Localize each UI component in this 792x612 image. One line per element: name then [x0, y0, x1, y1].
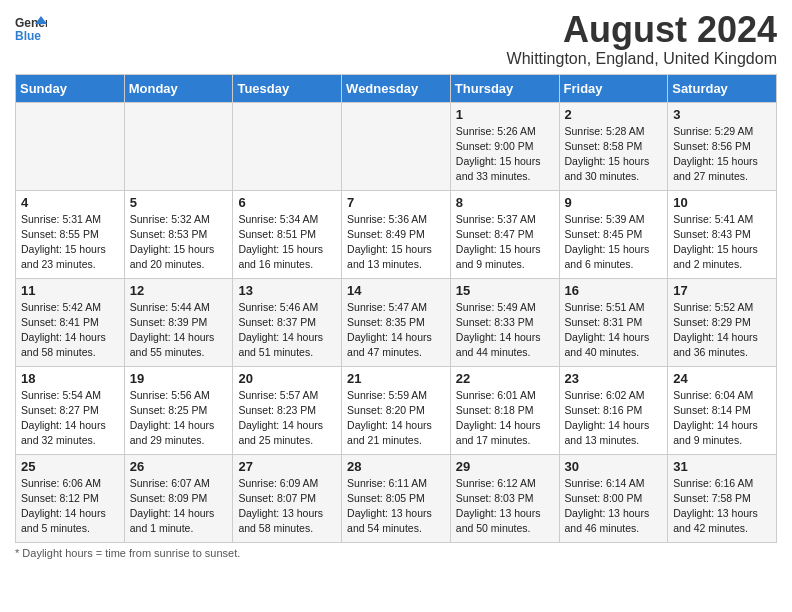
day-info: Sunrise: 6:01 AM Sunset: 8:18 PM Dayligh… [456, 388, 554, 449]
day-info: Sunrise: 5:39 AM Sunset: 8:45 PM Dayligh… [565, 212, 663, 273]
day-cell: 8Sunrise: 5:37 AM Sunset: 8:47 PM Daylig… [450, 190, 559, 278]
day-info: Sunrise: 5:49 AM Sunset: 8:33 PM Dayligh… [456, 300, 554, 361]
day-cell: 11Sunrise: 5:42 AM Sunset: 8:41 PM Dayli… [16, 278, 125, 366]
col-header-sunday: Sunday [16, 74, 125, 102]
day-number: 15 [456, 283, 554, 298]
day-info: Sunrise: 5:28 AM Sunset: 8:58 PM Dayligh… [565, 124, 663, 185]
day-number: 22 [456, 371, 554, 386]
day-number: 30 [565, 459, 663, 474]
day-cell: 16Sunrise: 5:51 AM Sunset: 8:31 PM Dayli… [559, 278, 668, 366]
day-number: 12 [130, 283, 228, 298]
day-number: 7 [347, 195, 445, 210]
header: General Blue August 2024 Whittington, En… [15, 10, 777, 68]
day-info: Sunrise: 5:26 AM Sunset: 9:00 PM Dayligh… [456, 124, 554, 185]
day-number: 10 [673, 195, 771, 210]
day-cell: 12Sunrise: 5:44 AM Sunset: 8:39 PM Dayli… [124, 278, 233, 366]
day-cell: 18Sunrise: 5:54 AM Sunset: 8:27 PM Dayli… [16, 366, 125, 454]
col-header-friday: Friday [559, 74, 668, 102]
day-number: 20 [238, 371, 336, 386]
day-info: Sunrise: 5:46 AM Sunset: 8:37 PM Dayligh… [238, 300, 336, 361]
col-header-tuesday: Tuesday [233, 74, 342, 102]
day-cell: 3Sunrise: 5:29 AM Sunset: 8:56 PM Daylig… [668, 102, 777, 190]
day-info: Sunrise: 5:42 AM Sunset: 8:41 PM Dayligh… [21, 300, 119, 361]
day-cell: 29Sunrise: 6:12 AM Sunset: 8:03 PM Dayli… [450, 454, 559, 542]
week-row-3: 11Sunrise: 5:42 AM Sunset: 8:41 PM Dayli… [16, 278, 777, 366]
day-info: Sunrise: 5:47 AM Sunset: 8:35 PM Dayligh… [347, 300, 445, 361]
day-number: 4 [21, 195, 119, 210]
day-info: Sunrise: 5:54 AM Sunset: 8:27 PM Dayligh… [21, 388, 119, 449]
day-cell: 15Sunrise: 5:49 AM Sunset: 8:33 PM Dayli… [450, 278, 559, 366]
location: Whittington, England, United Kingdom [507, 50, 777, 68]
day-cell: 20Sunrise: 5:57 AM Sunset: 8:23 PM Dayli… [233, 366, 342, 454]
logo: General Blue [15, 14, 47, 42]
day-cell: 14Sunrise: 5:47 AM Sunset: 8:35 PM Dayli… [342, 278, 451, 366]
day-number: 14 [347, 283, 445, 298]
day-number: 23 [565, 371, 663, 386]
day-number: 19 [130, 371, 228, 386]
day-info: Sunrise: 5:56 AM Sunset: 8:25 PM Dayligh… [130, 388, 228, 449]
day-cell: 21Sunrise: 5:59 AM Sunset: 8:20 PM Dayli… [342, 366, 451, 454]
day-info: Sunrise: 5:57 AM Sunset: 8:23 PM Dayligh… [238, 388, 336, 449]
day-cell: 10Sunrise: 5:41 AM Sunset: 8:43 PM Dayli… [668, 190, 777, 278]
day-number: 28 [347, 459, 445, 474]
day-number: 2 [565, 107, 663, 122]
day-cell: 22Sunrise: 6:01 AM Sunset: 8:18 PM Dayli… [450, 366, 559, 454]
day-info: Sunrise: 5:29 AM Sunset: 8:56 PM Dayligh… [673, 124, 771, 185]
day-number: 18 [21, 371, 119, 386]
day-cell: 5Sunrise: 5:32 AM Sunset: 8:53 PM Daylig… [124, 190, 233, 278]
day-number: 9 [565, 195, 663, 210]
col-header-wednesday: Wednesday [342, 74, 451, 102]
day-number: 26 [130, 459, 228, 474]
day-info: Sunrise: 6:04 AM Sunset: 8:14 PM Dayligh… [673, 388, 771, 449]
day-cell: 4Sunrise: 5:31 AM Sunset: 8:55 PM Daylig… [16, 190, 125, 278]
day-number: 17 [673, 283, 771, 298]
day-number: 5 [130, 195, 228, 210]
footer-note: * Daylight hours = time from sunrise to … [15, 547, 777, 559]
day-cell [124, 102, 233, 190]
logo-svg: General Blue [15, 14, 47, 42]
day-info: Sunrise: 5:44 AM Sunset: 8:39 PM Dayligh… [130, 300, 228, 361]
day-info: Sunrise: 5:51 AM Sunset: 8:31 PM Dayligh… [565, 300, 663, 361]
day-number: 8 [456, 195, 554, 210]
day-cell: 30Sunrise: 6:14 AM Sunset: 8:00 PM Dayli… [559, 454, 668, 542]
svg-text:Blue: Blue [15, 29, 41, 42]
day-number: 1 [456, 107, 554, 122]
day-cell: 1Sunrise: 5:26 AM Sunset: 9:00 PM Daylig… [450, 102, 559, 190]
day-info: Sunrise: 6:12 AM Sunset: 8:03 PM Dayligh… [456, 476, 554, 537]
day-cell [342, 102, 451, 190]
day-info: Sunrise: 6:09 AM Sunset: 8:07 PM Dayligh… [238, 476, 336, 537]
calendar-table: SundayMondayTuesdayWednesdayThursdayFrid… [15, 74, 777, 543]
day-cell: 28Sunrise: 6:11 AM Sunset: 8:05 PM Dayli… [342, 454, 451, 542]
day-number: 3 [673, 107, 771, 122]
day-info: Sunrise: 5:36 AM Sunset: 8:49 PM Dayligh… [347, 212, 445, 273]
col-header-saturday: Saturday [668, 74, 777, 102]
month-year: August 2024 [507, 10, 777, 50]
day-cell: 25Sunrise: 6:06 AM Sunset: 8:12 PM Dayli… [16, 454, 125, 542]
day-cell: 19Sunrise: 5:56 AM Sunset: 8:25 PM Dayli… [124, 366, 233, 454]
col-header-thursday: Thursday [450, 74, 559, 102]
day-cell: 6Sunrise: 5:34 AM Sunset: 8:51 PM Daylig… [233, 190, 342, 278]
day-cell: 26Sunrise: 6:07 AM Sunset: 8:09 PM Dayli… [124, 454, 233, 542]
day-info: Sunrise: 6:11 AM Sunset: 8:05 PM Dayligh… [347, 476, 445, 537]
day-number: 21 [347, 371, 445, 386]
week-row-1: 1Sunrise: 5:26 AM Sunset: 9:00 PM Daylig… [16, 102, 777, 190]
day-cell [16, 102, 125, 190]
day-info: Sunrise: 5:32 AM Sunset: 8:53 PM Dayligh… [130, 212, 228, 273]
day-cell: 13Sunrise: 5:46 AM Sunset: 8:37 PM Dayli… [233, 278, 342, 366]
day-cell [233, 102, 342, 190]
day-info: Sunrise: 5:52 AM Sunset: 8:29 PM Dayligh… [673, 300, 771, 361]
day-number: 24 [673, 371, 771, 386]
day-cell: 24Sunrise: 6:04 AM Sunset: 8:14 PM Dayli… [668, 366, 777, 454]
day-info: Sunrise: 6:16 AM Sunset: 7:58 PM Dayligh… [673, 476, 771, 537]
day-number: 11 [21, 283, 119, 298]
day-cell: 31Sunrise: 6:16 AM Sunset: 7:58 PM Dayli… [668, 454, 777, 542]
week-row-5: 25Sunrise: 6:06 AM Sunset: 8:12 PM Dayli… [16, 454, 777, 542]
day-info: Sunrise: 5:31 AM Sunset: 8:55 PM Dayligh… [21, 212, 119, 273]
day-cell: 9Sunrise: 5:39 AM Sunset: 8:45 PM Daylig… [559, 190, 668, 278]
col-header-monday: Monday [124, 74, 233, 102]
day-info: Sunrise: 6:14 AM Sunset: 8:00 PM Dayligh… [565, 476, 663, 537]
day-number: 31 [673, 459, 771, 474]
day-info: Sunrise: 6:07 AM Sunset: 8:09 PM Dayligh… [130, 476, 228, 537]
day-info: Sunrise: 5:41 AM Sunset: 8:43 PM Dayligh… [673, 212, 771, 273]
day-number: 13 [238, 283, 336, 298]
